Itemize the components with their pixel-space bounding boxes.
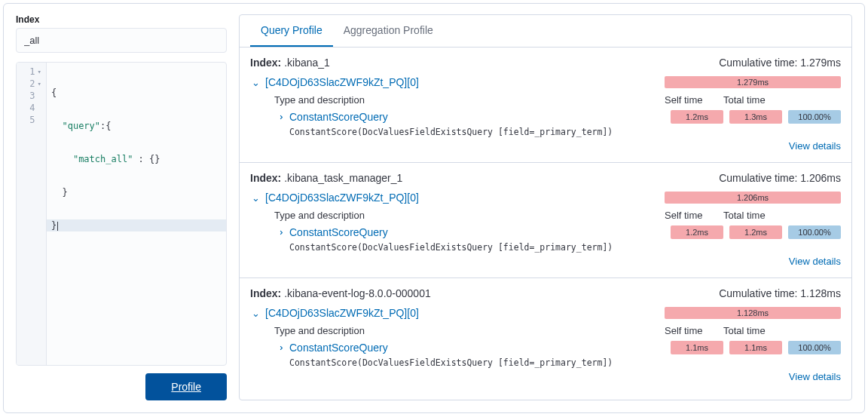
pct-chip: 100.00%: [788, 225, 841, 239]
type-description-header: Type and description: [274, 94, 665, 106]
tabs: Query Profile Aggregation Profile: [240, 15, 851, 48]
tab-aggregation-profile[interactable]: Aggregation Profile: [333, 15, 444, 47]
chevron-right-icon[interactable]: ⌄: [274, 342, 285, 353]
view-details-link[interactable]: View details: [789, 140, 841, 152]
chevron-right-icon[interactable]: ⌄: [274, 227, 285, 238]
query-name-link[interactable]: ⌄ ConstantScoreQuery: [274, 342, 665, 354]
type-description-header: Type and description: [274, 325, 665, 336]
shard-link[interactable]: [C4DOjD63SlacZWF9kZt_PQ][0]: [265, 307, 419, 319]
chevron-right-icon[interactable]: ⌄: [274, 112, 285, 122]
total-time-chip: 1.2ms: [729, 225, 782, 239]
cumulative-time: Cumulative time: 1.279ms: [719, 57, 841, 69]
index-name: Index: .kibana_task_manager_1: [250, 172, 402, 184]
view-details-link[interactable]: View details: [789, 371, 841, 382]
profiler-panel: Index 1▾ 2▾ 3▾ 4▾ 5▾ { "query":{ "match_…: [3, 3, 865, 413]
result-block: Index: .kibana_task_manager_1 Cumulative…: [240, 163, 851, 278]
results-pane: Query Profile Aggregation Profile Index:…: [239, 14, 852, 400]
cumulative-time: Cumulative time: 1.128ms: [719, 287, 841, 299]
shard-link[interactable]: [C4DOjD63SlacZWF9kZt_PQ][0]: [265, 76, 419, 88]
profile-button[interactable]: Profile: [145, 373, 227, 400]
query-detail: ConstantScore(DocValuesFieldExistsQuery …: [250, 127, 841, 137]
query-name-link[interactable]: ⌄ ConstantScoreQuery: [274, 226, 665, 238]
result-block: Index: .kibana_1 Cumulative time: 1.279m…: [240, 48, 851, 163]
self-time-header: Self time: [665, 325, 723, 336]
self-time-chip: 1.2ms: [671, 110, 723, 124]
result-block: Index: .kibana-event-log-8.0.0-000001 Cu…: [240, 278, 851, 393]
view-details-link[interactable]: View details: [789, 256, 841, 267]
shard-link[interactable]: [C4DOjD63SlacZWF9kZt_PQ][0]: [265, 192, 419, 204]
self-time-chip: 1.1ms: [671, 341, 723, 354]
chevron-down-icon[interactable]: ⌄: [250, 192, 261, 204]
chevron-down-icon[interactable]: ⌄: [250, 308, 261, 319]
chevron-down-icon[interactable]: ⌄: [250, 77, 261, 88]
results-list[interactable]: Index: .kibana_1 Cumulative time: 1.279m…: [240, 48, 851, 400]
total-time-bar: 1.128ms: [665, 307, 841, 319]
self-time-chip: 1.2ms: [671, 225, 723, 239]
pct-chip: 100.00%: [788, 341, 841, 354]
index-input[interactable]: [16, 28, 227, 53]
cumulative-time: Cumulative time: 1.206ms: [719, 172, 841, 184]
total-time-header: Total time: [723, 210, 782, 221]
total-time-bar: 1.206ms: [665, 192, 841, 204]
query-editor[interactable]: 1▾ 2▾ 3▾ 4▾ 5▾ { "query":{ "match_all" :…: [16, 62, 227, 366]
total-time-chip: 1.3ms: [729, 110, 782, 124]
index-name: Index: .kibana-event-log-8.0.0-000001: [250, 287, 431, 299]
pct-chip: 100.00%: [788, 110, 841, 124]
tab-query-profile[interactable]: Query Profile: [250, 15, 333, 47]
query-detail: ConstantScore(DocValuesFieldExistsQuery …: [250, 357, 841, 368]
query-name-link[interactable]: ⌄ ConstantScoreQuery: [274, 111, 665, 123]
query-detail: ConstantScore(DocValuesFieldExistsQuery …: [250, 242, 841, 253]
index-label: Index: [16, 14, 227, 25]
editor-gutter: 1▾ 2▾ 3▾ 4▾ 5▾: [17, 63, 47, 365]
total-time-chip: 1.1ms: [729, 341, 782, 354]
editor-code[interactable]: { "query":{ "match_all" : {} } }: [47, 63, 226, 365]
type-description-header: Type and description: [274, 210, 665, 221]
left-pane: Index 1▾ 2▾ 3▾ 4▾ 5▾ { "query":{ "match_…: [16, 14, 227, 400]
index-name: Index: .kibana_1: [250, 57, 330, 69]
self-time-header: Self time: [665, 210, 723, 221]
total-time-bar: 1.279ms: [665, 76, 841, 88]
total-time-header: Total time: [723, 325, 782, 336]
self-time-header: Self time: [665, 94, 723, 106]
total-time-header: Total time: [723, 94, 782, 106]
